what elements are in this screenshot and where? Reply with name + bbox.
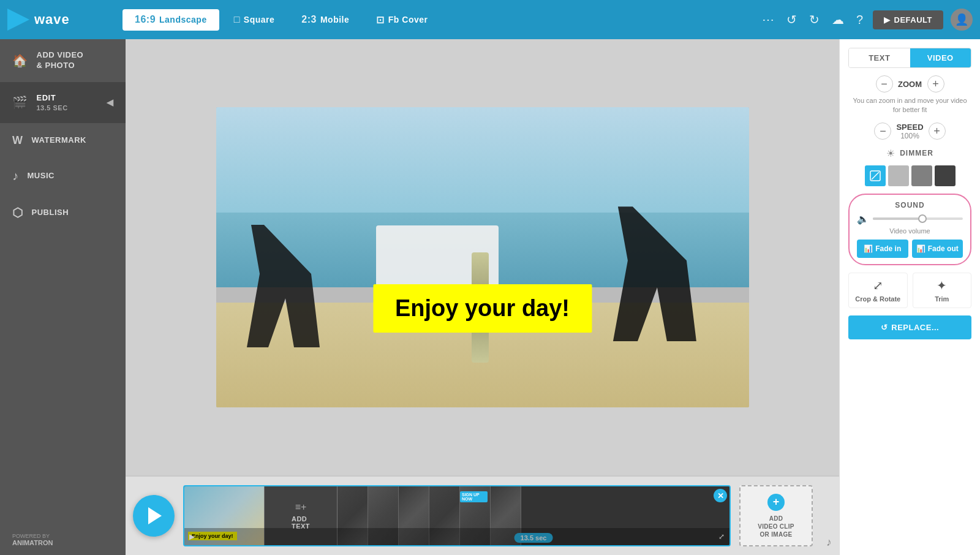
zoom-minus-button[interactable]: − — [876, 75, 893, 92]
default-icon: ▶ — [884, 15, 891, 25]
svg-line-1 — [872, 172, 879, 179]
panel-tabs: TEXT VIDEO — [848, 48, 971, 68]
mobile-tab-label: Mobile — [320, 15, 349, 25]
add-clip-plus-icon: + — [767, 494, 785, 511]
speed-value-area: SPEED 100% — [896, 123, 923, 140]
dimmer-swatch-medium[interactable] — [911, 165, 932, 186]
speed-minus-button[interactable]: − — [874, 123, 891, 140]
sidebar-item-watermark[interactable]: W WATERMARK — [0, 123, 126, 158]
trim-label: Trim — [935, 295, 949, 303]
publish-icon: ⬡ — [12, 205, 23, 220]
fade-out-icon: 📊 — [916, 244, 925, 253]
format-tab-square[interactable]: □ Square — [222, 9, 287, 31]
dimmer-swatch-dark[interactable] — [935, 165, 956, 186]
fade-buttons: 📊 Fade in 📊 Fade out — [857, 240, 963, 258]
dimmer-icon: ☀ — [886, 148, 895, 159]
crop-rotate-button[interactable]: ⤢ Crop & Rotate — [848, 273, 908, 308]
add-video-icon: 🏠 — [12, 53, 28, 68]
zoom-label: ZOOM — [898, 80, 922, 89]
speed-plus-button[interactable]: + — [929, 123, 946, 140]
main-layout: 🏠 ADD VIDEO& PHOTO 🎬 EDIT 13.5 sec ◀ W W… — [0, 39, 980, 555]
top-bar-actions: ⋯ ↺ ↻ ☁ ? ▶ DEFAULT 👤 — [760, 9, 973, 31]
sidebar-item-music[interactable]: ♪ MUSIC — [0, 158, 126, 194]
sidebar-item-music-label: MUSIC — [28, 171, 55, 181]
trim-icon: ✦ — [937, 278, 947, 293]
speed-controls: − SPEED 100% + — [848, 123, 971, 140]
fb-tab-label: Fb Cover — [388, 15, 428, 25]
fade-in-icon: 📊 — [864, 244, 873, 253]
square-tab-label: Square — [244, 15, 274, 25]
video-canvas[interactable]: Enjoy your day! — [216, 107, 749, 407]
undo-button[interactable]: ↺ — [784, 10, 799, 29]
music-icon: ♪ — [12, 169, 19, 183]
default-button[interactable]: ▶ DEFAULT — [873, 10, 943, 29]
fade-in-button[interactable]: 📊 Fade in — [857, 240, 908, 258]
sound-icon: 🔈 — [857, 213, 869, 225]
format-tab-landscape[interactable]: 16:9 Landscape — [123, 9, 219, 31]
save-button[interactable]: ☁ — [829, 10, 846, 29]
mobile-ratio-icon: 2:3 — [301, 14, 317, 25]
dimmer-section: ☀ DIMMER — [848, 148, 971, 186]
dimmer-title-row: ☀ DIMMER — [848, 148, 971, 159]
dimmer-swatch-none[interactable] — [865, 165, 886, 186]
watermark-icon: W — [12, 134, 23, 147]
sidebar-item-publish[interactable]: ⬡ PUBLISH — [0, 194, 126, 231]
timeline-track[interactable]: ✕ Enjoy your day! ≡+ ADDTEXT — [183, 485, 731, 546]
user-avatar[interactable]: 👤 — [951, 9, 973, 31]
tab-text[interactable]: TEXT — [849, 48, 910, 67]
timeline-play-small-icon[interactable]: ▶ — [189, 532, 195, 541]
zoom-section: − ZOOM + You can zoom in and move your v… — [848, 75, 971, 115]
timeline-close-button[interactable]: ✕ — [714, 489, 727, 502]
add-clip-label: ADDVIDEO CLIPOR IMAGE — [758, 515, 794, 538]
powered-by-label: POWERED BY — [12, 533, 113, 539]
sound-slider[interactable] — [873, 217, 963, 220]
sidebar-item-add-video[interactable]: 🏠 ADD VIDEO& PHOTO — [0, 39, 126, 82]
format-tab-mobile[interactable]: 2:3 Mobile — [289, 9, 361, 31]
right-panel: TEXT VIDEO − ZOOM + You can zoom in and … — [839, 39, 980, 555]
sound-slider-thumb[interactable] — [918, 214, 927, 223]
fb-ratio-icon: ⊡ — [376, 14, 385, 26]
dimmer-label: DIMMER — [900, 149, 933, 157]
zoom-plus-button[interactable]: + — [927, 75, 944, 92]
default-label: DEFAULT — [894, 15, 932, 25]
redo-button[interactable]: ↻ — [807, 10, 822, 29]
format-tabs: 16:9 Landscape □ Square 2:3 Mobile ⊡ Fb … — [123, 9, 755, 31]
more-options-button[interactable]: ⋯ — [760, 10, 777, 29]
sign-up-badge: SIGN UP NOW — [460, 491, 488, 502]
sidebar-item-edit[interactable]: 🎬 EDIT 13.5 sec ◀ — [0, 82, 126, 123]
edit-label: EDIT — [37, 93, 68, 104]
add-text-icon: ≡+ — [295, 502, 307, 513]
dimmer-swatches — [848, 165, 971, 186]
fade-in-label: Fade in — [875, 244, 901, 253]
replace-button[interactable]: ↺ REPLACE... — [848, 315, 971, 339]
help-button[interactable]: ? — [854, 10, 865, 29]
add-clip-button[interactable]: + ADDVIDEO CLIPOR IMAGE — [739, 485, 813, 546]
crop-rotate-label: Crop & Rotate — [855, 295, 900, 303]
play-button[interactable] — [133, 495, 175, 537]
replace-icon: ↺ — [881, 323, 888, 332]
sidebar-item-publish-label: PUBLISH — [32, 208, 69, 218]
brand-label: ANIMATRON — [12, 539, 113, 546]
timeline-expand-icon[interactable]: ⤢ — [718, 532, 725, 541]
speed-value: 100% — [900, 132, 919, 140]
sidebar-item-add-video-label: ADD VIDEO& PHOTO — [37, 50, 84, 71]
play-icon — [148, 507, 162, 524]
text-overlay[interactable]: Enjoy your day! — [373, 284, 592, 333]
sound-section: SOUND 🔈 Video volume 📊 Fade in 📊 Fade ou… — [848, 194, 971, 265]
tab-video[interactable]: VIDEO — [910, 48, 971, 67]
sidebar-collapse-icon: ◀ — [107, 97, 114, 107]
powered-by: POWERED BY ANIMATRON — [0, 524, 126, 555]
zoom-controls: − ZOOM + — [848, 75, 971, 92]
fade-out-label: Fade out — [928, 244, 959, 253]
fade-out-button[interactable]: 📊 Fade out — [912, 240, 963, 258]
wave-logo-icon — [7, 9, 29, 31]
edit-duration: 13.5 sec — [37, 104, 68, 112]
trim-button[interactable]: ✦ Trim — [913, 273, 972, 308]
square-ratio-icon: □ — [234, 14, 240, 25]
sidebar-item-edit-text: EDIT 13.5 sec — [37, 93, 68, 112]
logo-area: wave — [7, 9, 105, 31]
dimmer-swatch-light[interactable] — [888, 165, 909, 186]
action-buttons: ⤢ Crop & Rotate ✦ Trim — [848, 273, 971, 308]
top-bar: wave 16:9 Landscape □ Square 2:3 Mobile … — [0, 0, 980, 39]
format-tab-fb[interactable]: ⊡ Fb Cover — [364, 9, 440, 31]
